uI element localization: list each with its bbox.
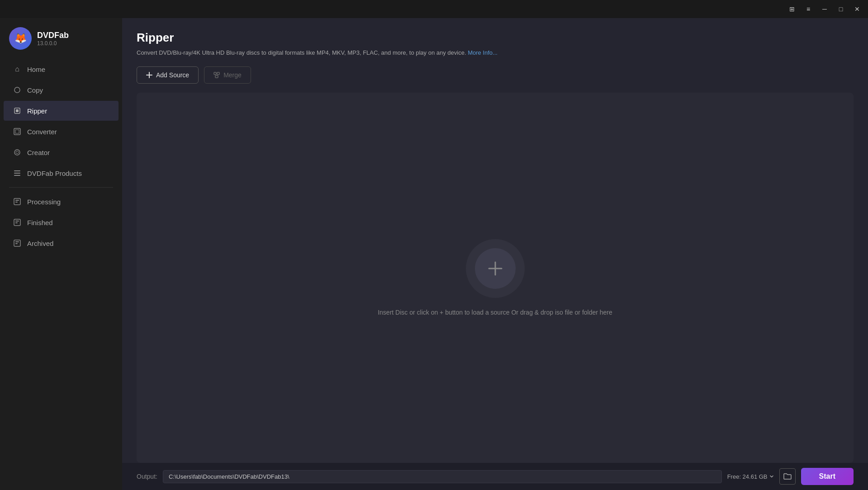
svg-rect-12 (15, 202, 18, 203)
svg-rect-23 (215, 75, 218, 78)
sidebar-nav: ⌂ Home Copy Ripper (0, 59, 122, 490)
sidebar-item-converter[interactable]: Converter (4, 122, 119, 141)
svg-rect-7 (14, 170, 20, 171)
svg-rect-17 (15, 241, 19, 242)
sidebar: 🦊 DVDFab 13.0.0.0 ⌂ Home Copy (0, 18, 122, 490)
finished-icon (13, 218, 22, 227)
processing-icon (13, 197, 22, 206)
toolbar: Add Source Merge (122, 66, 868, 93)
titlebar: ⊞ ≡ ─ □ ✕ (0, 0, 868, 18)
menu-button[interactable]: ≡ (801, 3, 816, 15)
sidebar-item-label: Archived (27, 240, 53, 247)
logo-emoji: 🦊 (14, 33, 27, 44)
page-title: Ripper (137, 31, 854, 45)
sidebar-divider (9, 187, 113, 188)
plus-circle-inner (475, 248, 516, 289)
ripper-icon (13, 106, 22, 115)
sidebar-item-label: Copy (27, 86, 43, 94)
sidebar-item-label: DVDFab Products (27, 170, 82, 177)
page-description: Convert DVD/Blu-ray/4K Ultra HD Blu-ray … (137, 48, 854, 57)
converter-icon (13, 127, 22, 136)
svg-rect-18 (15, 243, 18, 244)
add-source-circle[interactable] (466, 239, 525, 298)
plus-large-icon (485, 259, 505, 278)
folder-icon (783, 473, 792, 480)
svg-rect-3 (14, 128, 20, 135)
sidebar-item-creator[interactable]: Creator (4, 142, 119, 162)
svg-rect-11 (15, 200, 19, 201)
copy-icon (13, 85, 22, 94)
drop-hint: Insert Disc or click on + button to load… (378, 309, 612, 316)
sidebar-item-finished[interactable]: Finished (4, 212, 119, 232)
output-label: Output: (137, 473, 157, 480)
plus-icon (146, 72, 152, 78)
sidebar-item-archived[interactable]: Archived (4, 233, 119, 253)
sidebar-item-home[interactable]: ⌂ Home (4, 59, 119, 79)
merge-button[interactable]: Merge (204, 66, 251, 84)
add-source-label: Add Source (156, 71, 189, 79)
sidebar-item-copy[interactable]: Copy (4, 80, 119, 100)
archived-icon (13, 239, 22, 248)
sidebar-item-label: Creator (27, 149, 50, 156)
svg-rect-2 (16, 109, 19, 112)
page-header: Ripper Convert DVD/Blu-ray/4K Ultra HD B… (122, 18, 868, 66)
browse-folder-button[interactable] (779, 468, 796, 485)
svg-rect-14 (15, 221, 19, 221)
free-space-text: Free: 24.61 GB (727, 473, 768, 480)
start-button[interactable]: Start (801, 468, 854, 485)
more-info-link[interactable]: More Info... (468, 49, 498, 56)
sidebar-item-dvdfab-products[interactable]: DVDFab Products (4, 163, 119, 183)
logo-icon: 🦊 (9, 27, 32, 50)
svg-rect-4 (15, 130, 19, 133)
drop-zone[interactable]: Insert Disc or click on + button to load… (137, 93, 854, 463)
products-icon (13, 169, 22, 178)
svg-point-6 (16, 151, 19, 154)
app-name: DVDFab (37, 31, 69, 40)
main-content: Ripper Convert DVD/Blu-ray/4K Ultra HD B… (122, 18, 868, 490)
svg-rect-15 (15, 222, 18, 223)
close-button[interactable]: ✕ (850, 3, 864, 15)
sidebar-item-ripper[interactable]: Ripper (4, 101, 119, 121)
merge-icon (213, 72, 220, 78)
sidebar-item-label: Finished (27, 219, 53, 226)
app-body: 🦊 DVDFab 13.0.0.0 ⌂ Home Copy (0, 18, 868, 490)
minimize-button[interactable]: ─ (817, 3, 832, 15)
bottom-bar: Output: C:\Users\fab\Documents\DVDFab\DV… (122, 463, 868, 490)
svg-point-5 (14, 150, 20, 155)
add-source-button[interactable]: Add Source (137, 66, 199, 84)
sidebar-item-label: Ripper (27, 107, 47, 115)
creator-icon (13, 148, 22, 157)
chevron-down-icon (769, 474, 774, 479)
home-icon: ⌂ (13, 65, 22, 74)
sidebar-item-label: Converter (27, 128, 57, 136)
sidebar-item-label: Home (27, 66, 45, 73)
output-path[interactable]: C:\Users\fab\Documents\DVDFab\DVDFab13\ (163, 470, 722, 483)
maximize-button[interactable]: □ (834, 3, 848, 15)
logo-text: DVDFab 13.0.0.0 (37, 31, 69, 47)
svg-rect-22 (217, 72, 219, 75)
settings-button[interactable]: ⊞ (785, 3, 799, 15)
merge-label: Merge (223, 71, 242, 79)
svg-point-0 (14, 87, 20, 93)
free-space: Free: 24.61 GB (727, 473, 774, 480)
sidebar-item-label: Processing (27, 198, 61, 206)
svg-rect-8 (14, 173, 20, 174)
svg-rect-21 (214, 72, 216, 75)
window-controls: ⊞ ≡ ─ □ ✕ (785, 3, 864, 15)
sidebar-item-processing[interactable]: Processing (4, 192, 119, 212)
svg-rect-9 (14, 175, 20, 176)
logo-area: 🦊 DVDFab 13.0.0.0 (0, 24, 122, 59)
description-text: Convert DVD/Blu-ray/4K Ultra HD Blu-ray … (137, 49, 466, 56)
app-version: 13.0.0.0 (37, 40, 69, 47)
